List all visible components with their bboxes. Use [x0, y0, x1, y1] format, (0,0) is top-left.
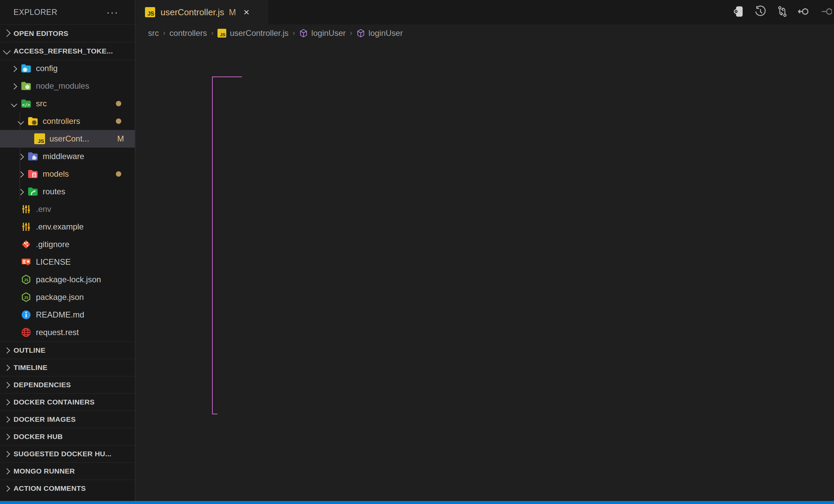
panel-label: DOCKER CONTAINERS: [14, 398, 95, 406]
tree-item--env[interactable]: .env: [0, 200, 135, 218]
panel-dependencies[interactable]: DEPENDENCIES: [0, 376, 135, 393]
sidebar-panels: OUTLINETIMELINEDEPENDENCIESDOCKER CONTAI…: [0, 342, 135, 497]
panel-docker-hub[interactable]: DOCKER HUB: [0, 428, 135, 445]
info-icon: [20, 309, 32, 321]
code-line-146[interactable]: [135, 209, 834, 223]
bracket-pair-guide: [212, 76, 213, 414]
code-line-155[interactable]: [135, 341, 834, 355]
breadcrumb-label: controllers: [169, 28, 207, 38]
tree-item-readme-md[interactable]: README.md: [0, 306, 135, 324]
tree-item-label: .gitignore: [36, 240, 69, 249]
tree-item-package-lock-json[interactable]: JSpackage-lock.json: [0, 271, 135, 288]
code-line-152[interactable]: [135, 297, 834, 311]
code-line-154[interactable]: [135, 326, 834, 341]
panel-mongo-runner[interactable]: MONGO RUNNER: [0, 462, 135, 480]
panel-label: TIMELINE: [14, 364, 47, 372]
chevron-right-icon: [0, 450, 14, 458]
history-icon[interactable]: [754, 5, 767, 19]
breadcrumb-item-3[interactable]: loginUser: [299, 28, 346, 38]
breadcrumb-item-0[interactable]: src: [148, 28, 159, 38]
tree-item-license[interactable]: LICENSE: [0, 253, 135, 271]
sidebar-title-bar: EXPLORER ···: [0, 0, 135, 24]
panel-label: ACTION COMMENTS: [14, 484, 86, 492]
panel-outline[interactable]: OUTLINE: [0, 342, 135, 359]
code-line-143[interactable]: [135, 165, 834, 179]
tab-close-icon[interactable]: ×: [244, 6, 250, 18]
tree-item-label: README.md: [36, 310, 84, 320]
breadcrumb-item-2[interactable]: JSuserController.js: [217, 28, 288, 38]
code-line-161[interactable]: [135, 429, 834, 444]
chevron-down-icon: [9, 99, 18, 108]
folder-node-icon: [20, 80, 32, 92]
chevron-down-icon: [0, 47, 14, 55]
tree-item--env-example[interactable]: .env.example: [0, 218, 135, 236]
tree-item-label: userCont...: [49, 134, 89, 144]
tab-usercontroller[interactable]: JS userController.js M ×: [136, 0, 268, 24]
tree-item--gitignore[interactable]: .gitignore: [0, 236, 135, 253]
code-line-147[interactable]: [135, 223, 834, 238]
tree-item-label: LICENSE: [36, 257, 71, 267]
code-line-163[interactable]: [135, 458, 834, 473]
code-line-137[interactable]: [135, 76, 834, 91]
code-line-139[interactable]: [135, 106, 834, 120]
symbol-method-icon: [299, 29, 308, 38]
modified-dot: [116, 118, 121, 124]
code-line-144[interactable]: [135, 179, 834, 194]
compare-icon[interactable]: [776, 5, 789, 19]
code-line-160[interactable]: [135, 414, 834, 429]
code-line-153[interactable]: [135, 311, 834, 326]
code-line-162[interactable]: [135, 444, 834, 458]
tree-item-routes[interactable]: routes: [0, 183, 135, 200]
code-editor[interactable]: [135, 37, 834, 504]
tree-item-node-modules[interactable]: node_modules: [0, 77, 135, 95]
code-line-165[interactable]: [135, 488, 834, 502]
code-line-151[interactable]: [135, 282, 834, 297]
code-line-136[interactable]: [135, 62, 834, 76]
panel-timeline[interactable]: TIMELINE: [0, 359, 135, 376]
code-line-150[interactable]: [135, 267, 834, 282]
code-line-138[interactable]: [135, 91, 834, 106]
panel-suggested-docker-hu-[interactable]: SUGGESTED DOCKER HU...: [0, 445, 135, 462]
panel-label: DOCKER HUB: [14, 433, 63, 441]
editor-actions: [732, 0, 832, 24]
circle-arrow-left-icon[interactable]: [797, 5, 810, 19]
code-line-140[interactable]: [135, 120, 834, 135]
svg-text:</>: </>: [22, 102, 30, 107]
tree-item-models[interactable]: models: [0, 165, 135, 183]
code-line-156[interactable]: [135, 356, 834, 370]
open-editors-section[interactable]: OPEN EDITORS: [0, 24, 135, 42]
tree-item-label: package-lock.json: [36, 275, 101, 284]
tree-item-src[interactable]: </>src: [0, 95, 135, 112]
tree-item-config[interactable]: config: [0, 60, 135, 77]
tree-item-request-rest[interactable]: request.rest: [0, 324, 135, 341]
certificate-icon: [20, 256, 32, 268]
code-line-135[interactable]: [135, 47, 834, 62]
explorer-more-actions-icon[interactable]: ···: [106, 6, 119, 18]
code-line-145[interactable]: [135, 194, 834, 209]
workspace-root-section[interactable]: ACCESS_REFRESH_TOKE...: [0, 42, 135, 60]
code-line-141[interactable]: [135, 135, 834, 150]
panel-action-comments[interactable]: ACTION COMMENTS: [0, 480, 135, 497]
code-line-142[interactable]: [135, 150, 834, 165]
circle-clipped-icon[interactable]: [819, 5, 832, 19]
panel-docker-images[interactable]: DOCKER IMAGES: [0, 411, 135, 428]
tree-item-middleware[interactable]: middleware: [0, 148, 135, 165]
chevron-right-icon: [0, 29, 14, 38]
tree-item-package-json[interactable]: JSpackage.json: [0, 288, 135, 306]
code-line-159[interactable]: [135, 400, 834, 414]
tree-item-controllers[interactable]: controllers: [0, 112, 135, 130]
folder-models-icon: [27, 168, 39, 180]
tree-item-usercont-[interactable]: JSuserCont...M: [0, 130, 135, 148]
code-line-149[interactable]: [135, 253, 834, 267]
breadcrumb-item-1[interactable]: controllers: [169, 28, 207, 38]
code-line-164[interactable]: [135, 473, 834, 488]
breadcrumb-separator: ›: [293, 29, 295, 38]
code-line-148[interactable]: [135, 238, 834, 253]
panel-docker-containers[interactable]: DOCKER CONTAINERS: [0, 393, 135, 411]
code-line-158[interactable]: [135, 385, 834, 399]
breadcrumb-item-4[interactable]: loginUser: [356, 28, 403, 38]
device-settings-icon[interactable]: [732, 5, 745, 19]
explorer-title: EXPLORER: [14, 8, 57, 17]
tree-item-label: models: [43, 169, 69, 179]
code-line-157[interactable]: [135, 370, 834, 385]
